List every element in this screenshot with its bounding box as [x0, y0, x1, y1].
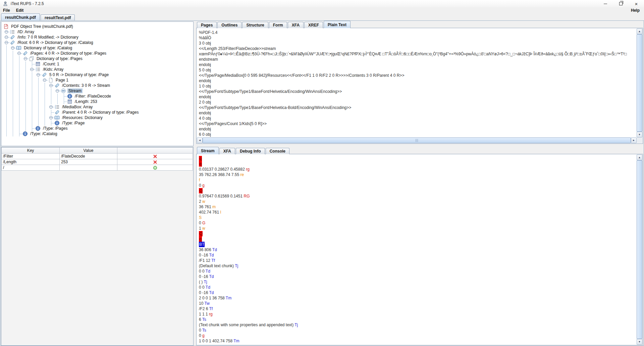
tree-node[interactable]: /Kids: Array: [1, 67, 193, 72]
scrollbar-track[interactable]: [203, 137, 631, 143]
tree-toggle-icon[interactable]: [49, 84, 53, 87]
tree-node[interactable]: /Count: 1: [1, 61, 193, 67]
tree-guide: [35, 77, 42, 83]
tree-node[interactable]: /Info: 7 0 R Modified; -> Dictionary: [1, 35, 193, 40]
tree-toggle-icon[interactable]: [43, 78, 46, 82]
tree-node[interactable]: /MediaBox: Array: [1, 104, 193, 110]
kv-value-cell[interactable]: 253: [60, 159, 117, 165]
inspector-tab-xref[interactable]: XREF: [304, 22, 323, 28]
tree-guide: [48, 94, 54, 99]
scroll-down-button[interactable]: ▼: [637, 132, 642, 137]
scroll-up-button[interactable]: ▲: [637, 155, 642, 160]
tree-toggle-icon[interactable]: [5, 41, 8, 44]
stream-line: 2 w: [199, 199, 637, 204]
delete-row-button[interactable]: [117, 159, 193, 165]
document-tab-resultchunk-pdf[interactable]: resultChunk.pdf: [1, 13, 40, 21]
kv-value-cell[interactable]: /FlateDecode: [60, 154, 117, 159]
stream-tab-xfa[interactable]: XFA: [219, 148, 235, 154]
inspector-tab-outlines[interactable]: Outlines: [217, 22, 241, 28]
tree-guide: [42, 94, 48, 99]
tree-node[interactable]: /Type: /Catalog: [1, 131, 193, 136]
kv-key-cell[interactable]: /Length: [2, 159, 60, 165]
tree-node[interactable]: 5 0 R -> Dictionary of type: /Page: [1, 72, 193, 77]
tree-toggle-icon[interactable]: [5, 36, 8, 39]
tree-guide: [16, 72, 22, 77]
tree-node[interactable]: Stream: [1, 88, 193, 94]
tree-toggle-icon[interactable]: [5, 30, 8, 34]
tree-node[interactable]: /Contents: 3 0 R -> Stream: [1, 83, 193, 88]
scroll-right-button[interactable]: ►: [631, 137, 637, 143]
kv-value-cell[interactable]: [60, 165, 117, 171]
scrollbar-grip: [416, 139, 418, 142]
tree-node[interactable]: /Length: 253: [1, 99, 193, 104]
tree-node[interactable]: /Filter: /FlateDecode: [1, 94, 193, 99]
scrollbar-track[interactable]: [637, 160, 642, 339]
minimize-button[interactable]: [598, 0, 613, 7]
tree-toggle-icon[interactable]: [49, 105, 53, 109]
inspector-tab-pages[interactable]: Pages: [197, 22, 217, 28]
scroll-up-button[interactable]: ▲: [637, 28, 642, 34]
stream-tab-console[interactable]: Console: [266, 148, 289, 154]
inspector-tab-structure[interactable]: Structure: [242, 22, 268, 28]
close-button[interactable]: ×: [629, 0, 644, 7]
tree-guide: [16, 51, 22, 56]
tree-guide: [10, 72, 16, 77]
tree-node[interactable]: PDF Object Tree (resultChunk.pdf): [1, 24, 193, 29]
inspector-tab-xfa[interactable]: XFA: [288, 22, 304, 28]
plain-text-pane[interactable]: %PDF-1.4%âãÏÓ3 0 obj<</Length 253/Filter…: [196, 28, 643, 144]
stream-tab-stream[interactable]: Stream: [197, 147, 219, 154]
plain-text-line: 6 0 obj: [199, 132, 637, 137]
kv-key-cell[interactable]: /: [2, 165, 60, 171]
kv-key-cell[interactable]: /Filter: [2, 154, 60, 159]
plain-text-line: 4 0 obj: [199, 116, 637, 121]
document-tab-resulttext-pdf[interactable]: resultText.pdf: [41, 14, 75, 21]
tree-guide: [22, 126, 29, 131]
tree-toggle-icon[interactable]: [37, 73, 40, 76]
tree-guide: [16, 131, 22, 136]
tree-node[interactable]: /Parent: 4 0 R -> Dictionary of type: /P…: [1, 110, 193, 115]
tree-toggle-icon[interactable]: [11, 46, 14, 50]
tree-guide: [16, 88, 22, 94]
tree-node[interactable]: /Resources: Dictionary: [1, 115, 193, 120]
add-row-button[interactable]: [117, 165, 193, 171]
stream-tabs: StreamXFADebug InfoConsole: [196, 147, 290, 154]
stream-line: 0.03137 0.28627 0.45882 rg: [199, 167, 637, 172]
restore-button[interactable]: [613, 0, 629, 7]
stream-vertical-scrollbar[interactable]: ▲ ▼: [637, 155, 642, 345]
scroll-down-button[interactable]: ▼: [637, 339, 642, 345]
menu-help[interactable]: Help: [628, 8, 643, 13]
tree-toggle-icon[interactable]: [49, 116, 53, 119]
scrollbar-thumb[interactable]: [203, 137, 631, 143]
tree-node[interactable]: Dictionary of type: /Pages: [1, 56, 193, 61]
stream-view[interactable]: qq0.03137 0.28627 0.45882 rg35 762.26 36…: [197, 155, 637, 345]
plain-text-line: endobj: [199, 94, 637, 100]
tree-guide: [22, 99, 29, 104]
plain-text-view[interactable]: %PDF-1.4%âãÏÓ3 0 obj<</Length 253/Filter…: [197, 28, 637, 137]
tree-node[interactable]: Page 1: [1, 77, 193, 83]
tree-toggle-icon[interactable]: [24, 57, 27, 60]
tree-node[interactable]: /ID: Array: [1, 29, 193, 35]
tree-toggle-icon[interactable]: [17, 52, 21, 55]
tree-node[interactable]: /Pages: 4 0 R -> Dictionary of type: /Pa…: [1, 51, 193, 56]
plain-text-vertical-scrollbar[interactable]: ▲ ▼: [637, 28, 642, 137]
tree-guide: [22, 72, 29, 77]
stream-pane[interactable]: qq0.03137 0.28627 0.45882 rg35 762.26 36…: [196, 154, 643, 345]
plain-text-horizontal-scrollbar[interactable]: ◄ ►: [197, 137, 637, 143]
tree-node[interactable]: /Type: /Pages: [1, 126, 193, 131]
scrollbar-thumb[interactable]: [637, 34, 642, 132]
stream-tab-debug-info[interactable]: Debug Info: [236, 148, 265, 154]
tree-node[interactable]: /Root: 6 0 R -> Dictionary of type: /Cat…: [1, 40, 193, 45]
tree-toggle-icon[interactable]: [56, 89, 59, 93]
pdf-object-tree-panel: PDF Object Tree (resultChunk.pdf)/ID: Ar…: [1, 21, 194, 146]
tree-node[interactable]: /Type: /Page: [1, 120, 193, 126]
inspector-tab-form[interactable]: Form: [269, 22, 287, 28]
menu-edit[interactable]: Edit: [13, 8, 27, 13]
tree-toggle-icon[interactable]: [30, 68, 34, 71]
scrollbar-thumb[interactable]: [637, 160, 642, 339]
inspector-tab-plain-text[interactable]: Plain Text: [324, 21, 351, 28]
delete-row-button[interactable]: [117, 154, 193, 159]
tree-node[interactable]: Dictionary of type: /Catalog: [1, 45, 193, 51]
scroll-left-button[interactable]: ◄: [197, 137, 203, 143]
scrollbar-track[interactable]: [637, 34, 642, 132]
menu-file[interactable]: File: [0, 8, 13, 13]
